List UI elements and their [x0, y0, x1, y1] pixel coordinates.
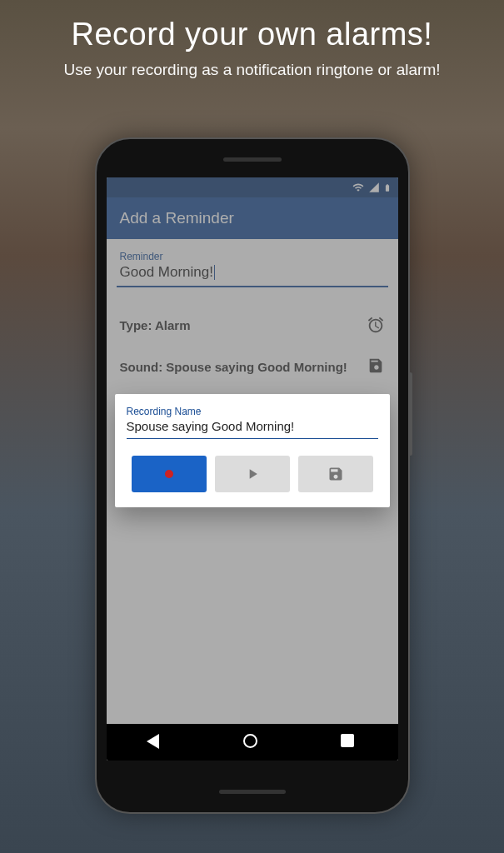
phone-earpiece — [223, 157, 282, 162]
recording-name-label: Recording Name — [127, 406, 378, 417]
phone-speaker — [219, 790, 286, 794]
record-button[interactable] — [132, 456, 207, 492]
promo-subtitle: Use your recording as a notification rin… — [13, 61, 491, 79]
promo-title: Record your own alarms! — [13, 17, 491, 52]
save-button[interactable] — [298, 456, 373, 492]
phone-screen: Add a Reminder Reminder Good Morning! Ty… — [107, 177, 398, 761]
nav-home-button[interactable] — [243, 734, 260, 751]
play-button[interactable] — [215, 456, 290, 492]
recording-dialog: Recording Name Spouse saying Good Mornin… — [115, 394, 390, 507]
phone-side-button — [408, 372, 412, 456]
phone-frame: Add a Reminder Reminder Good Morning! Ty… — [95, 137, 410, 814]
save-icon — [327, 466, 344, 482]
nav-recent-button[interactable] — [341, 734, 357, 751]
record-icon — [165, 470, 173, 478]
android-nav-bar — [107, 724, 398, 761]
dialog-button-row — [127, 456, 378, 492]
promo-banner: Record your own alarms! Use your recordi… — [0, 0, 504, 79]
nav-back-button[interactable] — [147, 734, 163, 751]
recording-name-input[interactable]: Spouse saying Good Morning! — [127, 419, 378, 439]
play-icon — [244, 466, 261, 482]
